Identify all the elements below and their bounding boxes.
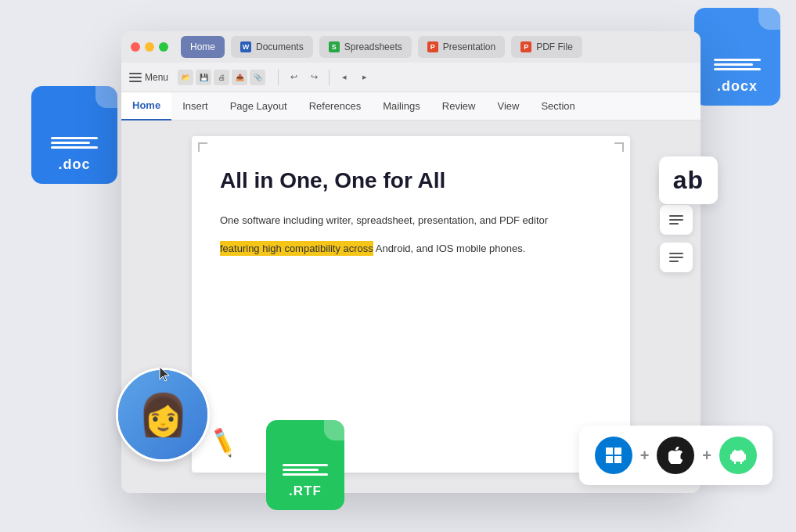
ribbon: Home Insert Page Layout References Maili… — [121, 92, 701, 120]
tab-home-label: Home — [190, 41, 215, 52]
document-body2: featuring high compatibility across Andr… — [220, 241, 602, 257]
corner-tr — [614, 142, 624, 152]
tab-spreadsheets-label: Spreadsheets — [344, 41, 402, 52]
minimize-button[interactable] — [145, 42, 154, 52]
svg-rect-0 — [606, 448, 613, 455]
platform-row: + + — [579, 426, 773, 485]
apple-icon — [657, 437, 694, 474]
title-bar: Home W Documents S Spreadsheets P Presen… — [121, 31, 701, 63]
close-button[interactable] — [131, 42, 140, 52]
undo-button[interactable]: ↩ — [285, 69, 302, 86]
export-icon[interactable]: 📤 — [232, 70, 247, 85]
document-body1: One software including writer, spreadshe… — [220, 213, 602, 229]
document-title: All in One, One for All — [220, 167, 602, 194]
menu-group: Menu — [129, 72, 168, 83]
docx-file-icon: .docx — [694, 8, 780, 106]
redo-button[interactable]: ↪ — [305, 69, 322, 86]
toolbar-icons: 📂 💾 🖨 📤 📎 — [178, 70, 265, 85]
ribbon-tab-mailings[interactable]: Mailings — [372, 92, 431, 120]
ab-card: ab — [659, 156, 718, 204]
tab-presentation[interactable]: P Presentation — [418, 36, 505, 58]
share-icon[interactable]: 📎 — [250, 70, 265, 85]
traffic-lights — [131, 42, 168, 52]
doc-ext-label: .doc — [58, 156, 90, 173]
android-icon — [719, 437, 757, 474]
save-icon[interactable]: 💾 — [196, 70, 211, 85]
svg-rect-2 — [606, 456, 613, 463]
corner-tl — [198, 142, 207, 152]
body2-rest: Android, and IOS mobile phones. — [376, 243, 526, 254]
svg-rect-1 — [614, 448, 621, 455]
open-icon[interactable]: 📂 — [178, 70, 193, 85]
ribbon-tab-section[interactable]: Section — [530, 92, 585, 120]
tab-home[interactable]: Home — [181, 36, 225, 58]
hamburger-icon[interactable] — [129, 73, 142, 82]
tab-presentation-label: Presentation — [443, 41, 495, 52]
back-button[interactable]: ◂ — [336, 69, 353, 86]
toolbar-divider — [278, 70, 279, 85]
ribbon-tab-page-layout[interactable]: Page Layout — [219, 92, 298, 120]
ab-text: ab — [673, 166, 704, 195]
rtf-ext-label: .RTF — [289, 483, 322, 499]
doc-file-icon: .doc — [31, 86, 117, 184]
ppt-icon: P — [427, 41, 438, 52]
ribbon-tab-review[interactable]: Review — [431, 92, 487, 120]
side-button-2[interactable] — [660, 205, 693, 235]
menu-label: Menu — [145, 72, 168, 83]
doc-page: All in One, One for All One software inc… — [192, 136, 630, 473]
forward-button[interactable]: ▸ — [356, 69, 373, 86]
side-button-3[interactable] — [660, 243, 693, 272]
tab-pdf[interactable]: P PDF File — [511, 36, 582, 58]
ribbon-tab-home[interactable]: Home — [121, 92, 171, 120]
menu-lines-icon-3 — [669, 253, 683, 262]
pdf-icon: P — [520, 41, 531, 52]
highlighted-text: featuring high compatibility across — [220, 241, 373, 256]
rtf-file-icon: .RTF — [266, 420, 344, 510]
tab-spreadsheets[interactable]: S Spreadsheets — [319, 36, 412, 58]
toolbar: Menu 📂 💾 🖨 📤 📎 ↩ ↪ ◂ ▸ — [121, 63, 701, 92]
plus-sign-1: + — [640, 447, 650, 465]
ribbon-tab-view[interactable]: View — [486, 92, 530, 120]
sheets-icon: S — [329, 41, 340, 52]
menu-lines-icon-2 — [669, 215, 683, 225]
ribbon-tab-insert[interactable]: Insert — [171, 92, 219, 120]
plus-sign-2: + — [702, 447, 711, 465]
word-icon: W — [240, 41, 251, 52]
tab-documents-label: Documents — [256, 41, 304, 52]
toolbar-divider2 — [329, 70, 330, 85]
ribbon-tab-references[interactable]: References — [298, 92, 372, 120]
print-icon[interactable]: 🖨 — [214, 70, 229, 85]
svg-rect-3 — [614, 456, 621, 463]
maximize-button[interactable] — [159, 42, 168, 52]
docx-ext-label: .docx — [717, 78, 758, 95]
windows-icon — [595, 437, 632, 474]
cursor-icon — [157, 365, 172, 387]
tab-pdf-label: PDF File — [536, 41, 573, 52]
tab-documents[interactable]: W Documents — [231, 36, 313, 58]
